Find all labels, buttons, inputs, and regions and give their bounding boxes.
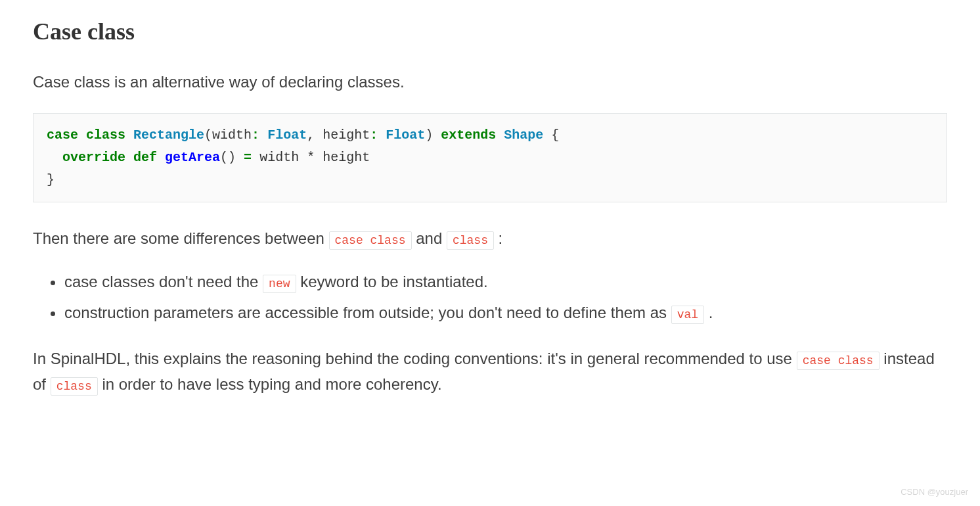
- inline-code-case-class: case class: [329, 231, 412, 250]
- inline-code-val: val: [671, 306, 704, 324]
- section-heading: Case class: [33, 13, 947, 51]
- inline-code-new: new: [263, 275, 296, 293]
- intro-paragraph: Case class is an alternative way of decl…: [33, 70, 947, 95]
- text: in order to have less typing and more co…: [102, 375, 441, 393]
- text: :: [499, 229, 503, 247]
- text: keyword to be instantiated.: [300, 273, 488, 290]
- list-item: case classes don't need the new keyword …: [64, 269, 947, 294]
- text: Then there are some differences between: [33, 229, 329, 247]
- recommendation-paragraph: In SpinalHDL, this explains the reasonin…: [33, 346, 947, 397]
- text: In SpinalHDL, this explains the reasonin…: [33, 350, 797, 367]
- code-block: case class Rectangle(width: Float, heigh…: [33, 113, 947, 202]
- differences-paragraph: Then there are some differences between …: [33, 226, 947, 251]
- text: case classes don't need the: [64, 273, 263, 290]
- inline-code-class: class: [447, 231, 494, 250]
- list-item: construction parameters are accessible f…: [64, 300, 947, 325]
- text: and: [416, 229, 447, 247]
- inline-code-class: class: [51, 377, 98, 396]
- text: construction parameters are accessible f…: [64, 304, 671, 321]
- differences-list: case classes don't need the new keyword …: [64, 269, 947, 325]
- text: .: [709, 304, 713, 321]
- inline-code-case-class: case class: [797, 352, 880, 370]
